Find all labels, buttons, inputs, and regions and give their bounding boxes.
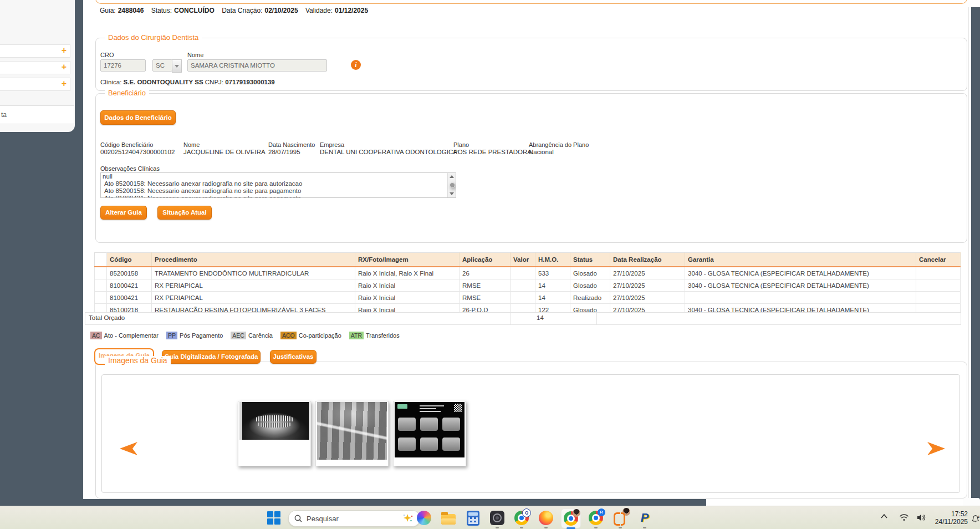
beneficiary-name-label: Nome <box>183 141 200 148</box>
windows-logo-icon <box>267 518 273 525</box>
scrollbar-thumb[interactable] <box>450 182 455 188</box>
uf-select-value[interactable]: SC <box>152 59 172 72</box>
info-icon[interactable]: i <box>351 60 361 70</box>
taskbar-calculator[interactable] <box>463 508 482 527</box>
calculator-icon <box>467 511 479 526</box>
qr-code <box>454 404 462 412</box>
obs-line: Ato 85200158: Necessario anexar radiogra… <box>101 187 456 195</box>
lower-teeth <box>258 423 290 428</box>
page-scrollbar-track[interactable] <box>968 0 969 499</box>
criacao-value: 02/10/2025 <box>265 7 298 14</box>
taskbar-phone-app[interactable] <box>611 508 630 527</box>
notification-bell-icon[interactable]: z <box>971 514 980 523</box>
guia-number: 2488046 <box>118 7 144 14</box>
obs-line: Ato 81000421: Necessario anexar radiogra… <box>101 195 456 198</box>
company-value: DENTAL UNI COOPERATIVA ODONTOLOGICA <box>320 149 457 155</box>
dentist-name-input[interactable]: SAMARA CRISTINA MIOTTO <box>187 59 327 72</box>
plus-icon[interactable]: + <box>62 62 67 72</box>
taskbar-chrome-quality[interactable]: Q <box>512 508 531 527</box>
nome-label: Nome <box>187 52 203 58</box>
validade-value: 01/12/2025 <box>335 7 368 14</box>
uf-dropdown-button[interactable] <box>172 59 182 73</box>
periapical-xray-image <box>317 402 387 460</box>
table-row: 81000421 RX PERIAPICAL Raio X Inicial RM… <box>95 279 961 292</box>
main-content-panel: Guia:2488046 Status:CONCLUÍDO Data Criaç… <box>83 0 971 499</box>
thumbnail-periapical-xray[interactable] <box>315 401 389 466</box>
windows-start-button[interactable] <box>267 511 281 525</box>
wifi-icon[interactable] <box>899 513 909 521</box>
situacao-atual-button[interactable]: Situação Atual <box>157 206 212 220</box>
sidebar-partial-item[interactable]: ta <box>0 105 74 124</box>
sidebar-row-3[interactable]: + <box>0 78 70 91</box>
taskbar-file-explorer[interactable] <box>439 508 458 527</box>
cutoff-fieldset-bottom <box>95 0 967 4</box>
carousel-left-arrow[interactable] <box>120 441 137 456</box>
taskbar-clock[interactable]: 17:52 24/11/2025 <box>927 510 968 526</box>
copilot-sparkle-icon <box>402 513 414 523</box>
search-placeholder: Pesquisar <box>307 515 339 523</box>
clinical-observations-label: Observações Clínicas <box>100 165 160 172</box>
col-procedimento: Procedimento <box>152 253 355 267</box>
taskbar-firefox[interactable] <box>537 508 555 527</box>
dentist-legend: Dados do Cirurgião Dentista <box>105 33 202 42</box>
search-icon <box>294 515 302 522</box>
sidebar-row-1[interactable]: + <box>0 44 70 58</box>
scroll-up-icon[interactable] <box>450 175 454 178</box>
montage-text-line <box>420 411 441 412</box>
chip-ac-label: Ato - Complementar <box>104 332 159 339</box>
taskbar-chrome-profile-active[interactable] <box>561 508 581 528</box>
profile-avatar <box>573 509 580 517</box>
clinica-value: S.E. ODONTOQUALITY SS <box>124 79 203 85</box>
chip-atr-label: Transferidos <box>366 332 400 339</box>
table-header-row: Código Procedimento RX/Foto/Imagem Aplic… <box>95 253 961 267</box>
chip-aco: ACO <box>280 332 297 339</box>
table-row: 81000421 RX PERIAPICAL Raio X Inicial RM… <box>95 292 961 304</box>
clinical-observations-textarea[interactable]: null Ato 85200158: Necessario anexar rad… <box>100 172 456 198</box>
taskbar-copilot[interactable] <box>415 508 433 527</box>
clinica-line: Clínica: S.E. ODONTOQUALITY SS CNPJ: 071… <box>100 79 275 85</box>
running-indicator <box>643 527 646 528</box>
status-legend-row: ACAto - Complementar PPPós Pagamento AEC… <box>90 332 407 339</box>
taskbar-camera-app[interactable] <box>488 508 507 527</box>
cro-input[interactable]: 17276 <box>100 59 146 72</box>
taskbar-paypal[interactable]: P <box>635 508 654 527</box>
plus-icon[interactable]: + <box>62 45 67 55</box>
col-codigo: Código <box>107 253 152 267</box>
coverage-label: Abrangência do Plano <box>529 141 589 148</box>
running-indicator <box>619 527 622 528</box>
beneficiary-name-value: JACQUELINE DE OLIVEIRA <box>183 149 266 155</box>
textarea-scrollbar[interactable] <box>447 173 456 197</box>
col-aplicacao: Aplicação <box>460 253 511 267</box>
firefox-icon <box>539 511 553 525</box>
running-indicator <box>496 527 499 528</box>
xray-montage-image <box>395 402 465 457</box>
thumbnail-xray-montage[interactable] <box>393 401 466 466</box>
col-garantia: Garantia <box>685 253 916 267</box>
carousel-right-arrow[interactable] <box>927 441 945 456</box>
tab-justificativas[interactable]: Justificativas <box>270 350 317 364</box>
camera-icon <box>490 511 504 525</box>
film-label-strip <box>239 402 242 440</box>
taskbar-chrome-r[interactable]: R <box>586 508 605 527</box>
guia-label: Guia: <box>100 7 116 14</box>
montage-text-line <box>420 405 444 406</box>
volume-icon[interactable] <box>917 513 927 522</box>
r-badge: R <box>598 508 605 516</box>
thumbnail-panoramic-xray[interactable] <box>238 401 311 466</box>
taskbar-search-box[interactable]: Pesquisar <box>288 510 420 527</box>
guia-status-bar: Guia:2488046 Status:CONCLUÍDO Data Criaç… <box>100 7 374 14</box>
scroll-down-icon[interactable] <box>450 192 454 195</box>
bitewing-frame <box>398 418 416 431</box>
tab-guia-digitalizada[interactable]: Guia Digitalizada / Fotografada <box>162 350 261 364</box>
bitewing-frame <box>442 438 460 451</box>
sidebar-row-2[interactable]: + <box>0 61 70 74</box>
plus-icon[interactable]: + <box>62 79 67 89</box>
beneficiary-data-button[interactable]: Dados do Beneficiário <box>100 110 176 125</box>
alterar-guia-button[interactable]: Alterar Guia <box>100 206 147 220</box>
tray-chevron-up-icon[interactable] <box>880 513 888 519</box>
chevron-down-icon <box>175 65 179 68</box>
col-data-realizacao: Data Realização <box>610 253 685 267</box>
birthdate-value: 28/07/1995 <box>268 149 300 155</box>
dentist-fieldset: Dados do Cirurgião Dentista CRO 17276 SC… <box>95 38 967 91</box>
tray-date: 24/11/2025 <box>927 518 968 526</box>
